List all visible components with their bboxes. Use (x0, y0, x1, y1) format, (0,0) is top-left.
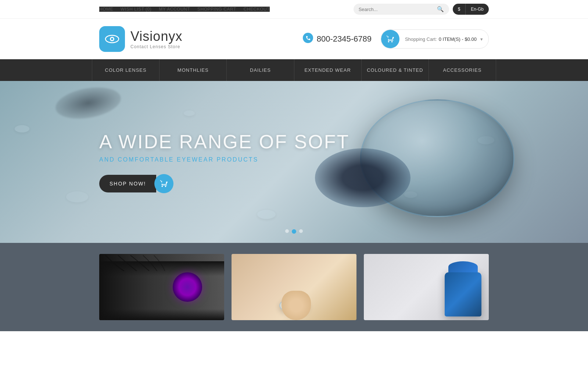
top-right-controls: 🔍 $ En-Gb (354, 4, 489, 15)
nav-item-dailies[interactable]: DAILIES (227, 59, 294, 81)
bottom-card-container[interactable] (364, 254, 489, 320)
nav-item-accessories[interactable]: ACCESSORIES (429, 59, 496, 81)
search-input[interactable] (359, 7, 437, 12)
top-bar: HOME WISH LIST (0) MY ACCOUNT SHOPPING C… (0, 0, 588, 19)
nav-link-dailies[interactable]: DAILIES (227, 59, 294, 81)
bottom-cards-section (0, 243, 588, 331)
site-name: Visionyx (130, 29, 182, 44)
cart-button[interactable]: Shopping Cart: 0 ITEM(S) - $0.00 ▾ (381, 29, 489, 49)
nav-link-coloured-tinted[interactable]: COLOURED & TINTED (362, 59, 429, 81)
nav-link-monthlies[interactable]: MONTHLIES (159, 59, 226, 81)
cart-icon (381, 30, 399, 48)
bottom-card-lens-finger[interactable] (232, 254, 356, 320)
lens-blur-decoration (53, 83, 123, 123)
nav-item-monthlies[interactable]: MONTHLIES (159, 59, 227, 81)
nav-cart[interactable]: SHOPPING CART (197, 7, 236, 12)
slider-dots (285, 229, 303, 234)
iris-image (173, 272, 202, 302)
top-navigation: HOME WISH LIST (0) MY ACCOUNT SHOPPING C… (99, 7, 270, 12)
header-right: 800-2345-6789 Shopping Cart: 0 ITEM(S) -… (303, 29, 489, 49)
site-tagline: Contact Lenses Store (130, 44, 182, 49)
logo-area: Visionyx Contact Lenses Store (99, 26, 182, 52)
main-navigation: COLOR LENSES MONTHLIES DAILIES EXTENDED … (0, 59, 588, 81)
nav-item-color-lenses[interactable]: COLOR LENSES (92, 59, 159, 81)
nav-link-accessories[interactable]: ACCESSORIES (429, 59, 496, 81)
nav-link-color-lenses[interactable]: COLOR LENSES (92, 59, 159, 81)
cart-dropdown-arrow[interactable]: ▾ (480, 36, 483, 42)
nav-link-extended-wear[interactable]: EXTENDED WEAR (294, 59, 361, 81)
nav-checkout[interactable]: CHECKOUT (244, 7, 270, 12)
slider-dot-2[interactable] (292, 229, 296, 234)
nav-item-extended-wear[interactable]: EXTENDED WEAR (294, 59, 362, 81)
search-bar: 🔍 (354, 4, 449, 15)
site-header: Visionyx Contact Lenses Store 800-2345-6… (0, 19, 588, 59)
cart-label: Shopping Cart: (405, 36, 437, 42)
language-selector[interactable]: En-Gb (466, 4, 489, 14)
shop-now-cart-icon (154, 174, 173, 193)
search-button[interactable]: 🔍 (437, 6, 444, 13)
shop-now-button[interactable]: SHOP NOW! (99, 174, 173, 193)
phone-area: 800-2345-6789 (303, 33, 372, 45)
shop-now-label: SHOP NOW! (99, 175, 156, 192)
nav-item-coloured-tinted[interactable]: COLOURED & TINTED (362, 59, 429, 81)
contact-lens-image (360, 99, 514, 217)
nav-home[interactable]: HOME (99, 7, 113, 12)
svg-point-3 (303, 33, 313, 43)
currency-language-selector[interactable]: $ En-Gb (453, 4, 489, 15)
phone-number: 800-2345-6789 (317, 34, 372, 44)
hero-content: A WIDE RANGE OF SOFT AND COMFORTABLE EYE… (99, 131, 349, 193)
cart-text: Shopping Cart: 0 ITEM(S) - $0.00 ▾ (399, 36, 488, 42)
bottom-card-eye[interactable] (99, 254, 224, 320)
svg-point-2 (111, 38, 113, 40)
hero-subtitle: AND COMFORTABLE EYEWEAR PRODUCTS (99, 156, 349, 163)
hero-section: A WIDE RANGE OF SOFT AND COMFORTABLE EYE… (0, 81, 588, 243)
slider-dot-1[interactable] (285, 229, 289, 233)
nav-list: COLOR LENSES MONTHLIES DAILIES EXTENDED … (92, 59, 496, 81)
logo-text: Visionyx Contact Lenses Store (130, 29, 182, 49)
hero-title: A WIDE RANGE OF SOFT (99, 131, 349, 153)
cart-value: 0 ITEM(S) - $0.00 (439, 36, 477, 42)
slider-dot-3[interactable] (299, 229, 303, 233)
nav-wishlist[interactable]: WISH LIST (0) (121, 7, 151, 12)
logo-icon[interactable] (99, 26, 125, 52)
nav-account[interactable]: MY ACCOUNT (159, 7, 190, 12)
phone-icon (303, 33, 313, 45)
currency-selector[interactable]: $ (453, 4, 466, 14)
